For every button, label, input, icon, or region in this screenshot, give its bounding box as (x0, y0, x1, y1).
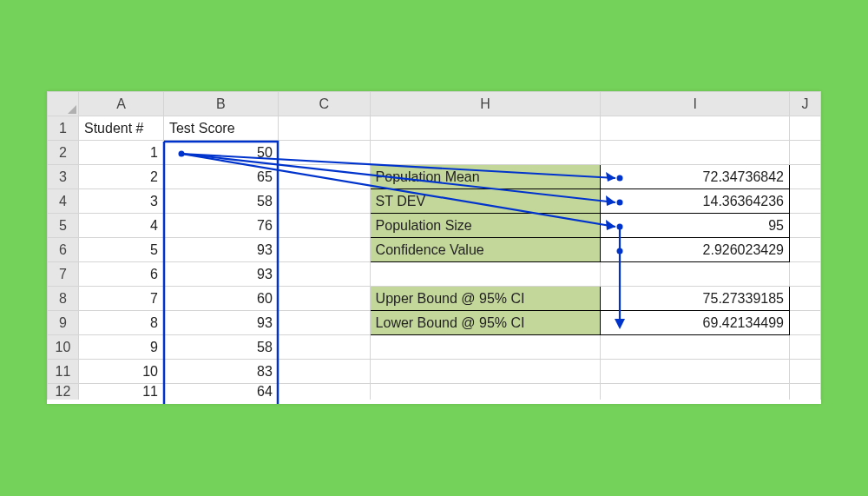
cell[interactable] (370, 384, 601, 400)
row-header[interactable]: 3 (48, 165, 79, 189)
cell[interactable] (278, 335, 370, 360)
cell[interactable]: 76 (163, 214, 278, 238)
cell-label[interactable]: Population Mean (370, 165, 601, 189)
table-row[interactable]: 6 5 93 Confidence Value 2.926023429 (48, 238, 821, 262)
cell[interactable] (790, 189, 821, 214)
cell[interactable] (790, 384, 821, 400)
table-row[interactable]: 7 6 93 (48, 262, 821, 287)
cell[interactable] (790, 238, 821, 262)
cell[interactable] (790, 287, 821, 311)
cell[interactable]: 58 (163, 189, 278, 214)
cell[interactable]: 6 (78, 262, 163, 287)
table-row[interactable]: 3 2 65 Population Mean 72.34736842 (48, 165, 821, 189)
cell[interactable]: 93 (163, 262, 278, 287)
table-row[interactable]: 8 7 60 Upper Bound @ 95% CI 75.27339185 (48, 287, 821, 311)
cell-value[interactable]: 14.36364236 (601, 189, 790, 214)
cell[interactable] (278, 384, 370, 400)
cell[interactable] (790, 116, 821, 141)
cell[interactable] (370, 141, 601, 165)
cell[interactable] (601, 360, 790, 384)
cell[interactable] (790, 311, 821, 335)
table-row[interactable]: 4 3 58 ST DEV 14.36364236 (48, 189, 821, 214)
cell[interactable] (278, 360, 370, 384)
row-header[interactable]: 7 (48, 262, 79, 287)
table-row[interactable]: 1 Student # Test Score (48, 116, 821, 141)
cell[interactable] (278, 214, 370, 238)
cell[interactable] (370, 335, 601, 360)
cell[interactable] (370, 116, 601, 141)
cell[interactable]: 50 (163, 141, 278, 165)
cell[interactable]: Student # (78, 116, 163, 141)
col-header-C[interactable]: C (278, 92, 370, 116)
cell[interactable]: Test Score (163, 116, 278, 141)
cell[interactable]: 7 (78, 287, 163, 311)
row-header[interactable]: 12 (48, 384, 79, 400)
cell[interactable] (790, 360, 821, 384)
cell-value[interactable]: 75.27339185 (601, 287, 790, 311)
cell[interactable] (278, 262, 370, 287)
cell[interactable]: 11 (78, 384, 163, 400)
cell[interactable] (790, 335, 821, 360)
cell-label[interactable]: Population Size (370, 214, 601, 238)
col-header-J[interactable]: J (790, 92, 821, 116)
cell[interactable] (601, 335, 790, 360)
cell[interactable]: 58 (163, 335, 278, 360)
table-row[interactable]: 9 8 93 Lower Bound @ 95% CI 69.42134499 (48, 311, 821, 335)
row-header[interactable]: 5 (48, 214, 79, 238)
col-header-B[interactable]: B (163, 92, 278, 116)
cell[interactable]: 8 (78, 311, 163, 335)
cell[interactable]: 64 (163, 384, 278, 400)
cell[interactable]: 93 (163, 311, 278, 335)
row-header[interactable]: 9 (48, 311, 79, 335)
cell[interactable] (601, 384, 790, 400)
row-header[interactable]: 2 (48, 141, 79, 165)
cell[interactable]: 10 (78, 360, 163, 384)
table-row[interactable]: 10 9 58 (48, 335, 821, 360)
row-header[interactable]: 10 (48, 335, 79, 360)
cell[interactable] (370, 360, 601, 384)
cell[interactable] (278, 116, 370, 141)
cell[interactable]: 1 (78, 141, 163, 165)
table-row[interactable]: 11 10 83 (48, 360, 821, 384)
cell-label[interactable]: ST DEV (370, 189, 601, 214)
row-header[interactable]: 8 (48, 287, 79, 311)
cell[interactable]: 3 (78, 189, 163, 214)
cell[interactable]: 65 (163, 165, 278, 189)
cell[interactable] (278, 287, 370, 311)
cell[interactable]: 9 (78, 335, 163, 360)
row-header[interactable]: 1 (48, 116, 79, 141)
cell[interactable]: 5 (78, 238, 163, 262)
table-row[interactable]: 12 11 64 (48, 384, 821, 400)
cell[interactable] (790, 214, 821, 238)
cell[interactable]: 60 (163, 287, 278, 311)
cell[interactable] (278, 238, 370, 262)
cell[interactable] (601, 262, 790, 287)
cell[interactable] (278, 165, 370, 189)
cell[interactable]: 83 (163, 360, 278, 384)
cell[interactable] (601, 116, 790, 141)
row-header[interactable]: 6 (48, 238, 79, 262)
row-header[interactable]: 4 (48, 189, 79, 214)
cell-label[interactable]: Lower Bound @ 95% CI (370, 311, 601, 335)
cell[interactable]: 2 (78, 165, 163, 189)
table-row[interactable]: 2 1 50 (48, 141, 821, 165)
cell-label[interactable]: Confidence Value (370, 238, 601, 262)
cell[interactable] (278, 311, 370, 335)
cell[interactable] (790, 141, 821, 165)
cell-value[interactable]: 72.34736842 (601, 165, 790, 189)
cell[interactable] (790, 262, 821, 287)
cell[interactable] (601, 141, 790, 165)
cell[interactable] (278, 141, 370, 165)
cell-value[interactable]: 2.926023429 (601, 238, 790, 262)
cell[interactable] (790, 165, 821, 189)
cell-value[interactable]: 69.42134499 (601, 311, 790, 335)
col-header-I[interactable]: I (601, 92, 790, 116)
table-row[interactable]: 5 4 76 Population Size 95 (48, 214, 821, 238)
column-header-row[interactable]: A B C H I J (48, 92, 821, 116)
select-all-corner[interactable] (48, 92, 79, 116)
col-header-A[interactable]: A (78, 92, 163, 116)
spreadsheet-grid[interactable]: A B C H I J 1 Student # Test Score 2 1 5… (47, 91, 821, 400)
cell[interactable]: 93 (163, 238, 278, 262)
cell-label[interactable]: Upper Bound @ 95% CI (370, 287, 601, 311)
col-header-H[interactable]: H (370, 92, 601, 116)
